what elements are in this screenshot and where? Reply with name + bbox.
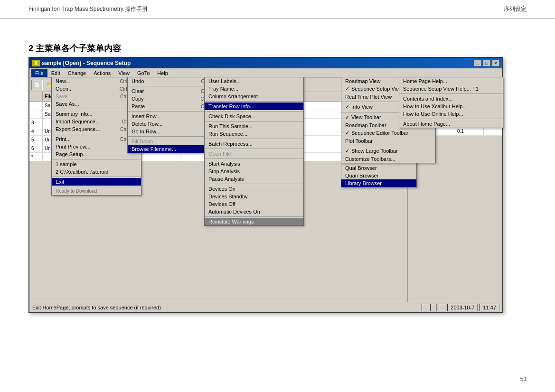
row-num [29,102,43,110]
row-inst [138,153,180,161]
toolbar-new[interactable]: 📄 [31,80,43,90]
section-heading: 2 主菜单各个子菜单内容 [28,43,121,54]
minimize-button[interactable]: _ [474,60,481,66]
row-num: * [29,153,43,161]
view-seqeditortb[interactable]: ✓Sequence Editor Toolbar [341,129,435,137]
act-transferrow[interactable]: Transfer Row Info... [205,103,303,110]
help-about[interactable]: About Home Page... [399,120,503,128]
act-deviceson[interactable]: Devices On [205,185,303,193]
status-text: Exit HomePage; prompts to save sequence … [32,305,161,310]
help-homepage[interactable]: Home Page Help... [399,77,503,85]
act-columnarr[interactable]: Column Arrangement... [205,93,303,100]
help-online[interactable]: How to Use Online Help... [399,110,503,118]
status-indicator: Ready to Download [52,187,141,195]
help-contents[interactable]: Contents and Index... [399,95,503,103]
sep4 [205,139,303,139]
view-customize[interactable]: Customize Toolbars... [341,155,435,163]
sep [205,101,303,102]
act-pauseanalysis[interactable]: Pause Analysis [205,175,303,183]
menu-view[interactable]: View [114,69,133,77]
row-num: 3 [29,119,43,127]
act-reinstate[interactable]: Reinstate Warnings [205,218,303,225]
act-autodevices[interactable]: Automatic Devices On [205,208,303,215]
status-right: 2003-10-7 11:47 [422,304,499,311]
act-checkdisk[interactable]: Check Disk Space... [205,112,303,120]
help-xcalibur[interactable]: How to Use Xcalibur Help... [399,103,503,110]
restore-button[interactable]: □ [483,60,490,66]
close-button[interactable]: × [492,60,499,66]
file-recent1[interactable]: 1 sample [52,160,141,168]
act-devicesstandby[interactable]: Devices Standby [205,193,303,200]
status-time: 11:47 [480,304,499,311]
status-bar: Exit HomePage; prompts to save sequence … [29,302,502,312]
sep2 [205,111,303,112]
sep6 [205,159,303,159]
help-seqview[interactable]: Sequence Setup View Help... F1 [399,85,503,93]
act-batchreprocess[interactable]: Batch Reprocess... [205,140,303,148]
sep2 [399,119,503,119]
library-browser[interactable]: Library Browser [341,179,416,187]
status-spacer3 [439,304,445,311]
act-userlabels[interactable]: User Labels... [205,77,303,85]
quan-browser[interactable]: Quan Browser [341,172,416,179]
sep3 [52,159,141,159]
status-date: 2003-10-7 [447,304,478,311]
page-header: Finnigan Ion Trap Mass Spectrometry 操作手册… [0,0,555,19]
file-exit[interactable]: Exit [52,178,141,186]
status-spacer1 [422,304,428,311]
sep5 [205,149,303,149]
title-bar: X sample [Open] - Sequence Setup _ □ × [29,58,502,68]
sep7 [205,184,303,184]
view-largetb[interactable]: ✓Show Large Toolbar [341,147,435,155]
row-num [29,110,43,118]
header-right: 序列设定 [504,5,527,13]
act-startanalysis[interactable]: Start Analysis [205,160,303,168]
status-spacer2 [430,304,437,311]
window-title: sample [Open] - Sequence Setup [42,60,131,66]
act-runseq[interactable]: Run Sequence... [205,130,303,138]
title-bar-buttons: _ □ × [474,60,499,66]
menu-change[interactable]: Change [64,69,90,77]
act-runsample[interactable]: Run This Sample... [205,122,303,130]
view-plottb[interactable]: Plot Toolbar [341,137,435,145]
sep [399,93,503,94]
menu-file[interactable]: File [31,69,47,77]
file-recent2[interactable]: 2 C:\Xcalibur\...\steroid [52,168,141,176]
row-num: 6 [29,144,43,152]
row-num: 4 [29,127,43,135]
page-number: 53 [520,376,527,383]
col-header-num [29,92,43,101]
act-openfile[interactable]: Open File [205,150,303,158]
row-num: 5 [29,136,43,144]
sep3 [341,146,435,146]
window-icon: X [32,60,40,66]
act-trayname[interactable]: Tray Name... [205,85,303,93]
menu-bar: File Edit Change Actions View GoTo Help [29,68,502,78]
menu-edit[interactable]: Edit [47,69,64,77]
menu-help[interactable]: Help [153,69,172,77]
qual-browser[interactable]: Qual Browser [341,164,416,172]
act-stopanalysis[interactable]: Stop Analysis [205,168,303,175]
sep3 [205,121,303,121]
sep4 [52,177,141,177]
help-menu-dropdown: Home Page Help... Sequence Setup View He… [399,77,503,128]
act-devicesoff[interactable]: Devices Off [205,200,303,208]
menu-goto[interactable]: GoTo [133,69,153,77]
sep8 [205,216,303,217]
header-left: Finnigan Ion Trap Mass Spectrometry 操作手册 [28,5,148,13]
menu-actions[interactable]: Actions [90,69,114,77]
actions-menu-dropdown: User Labels... Tray Name... Column Arran… [204,77,304,226]
